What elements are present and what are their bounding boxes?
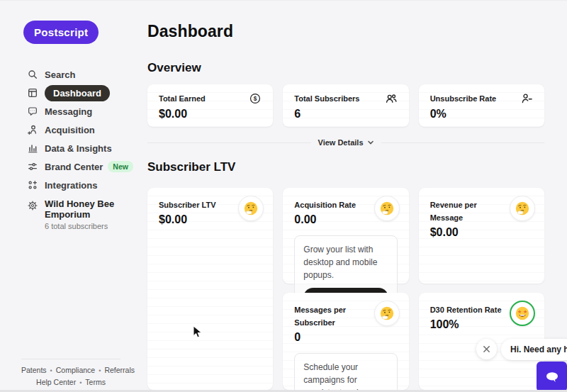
metric-card-total-subscribers: Total Subscribers 6	[283, 84, 408, 127]
metric-value: 0	[294, 331, 397, 344]
message-icon	[27, 106, 38, 117]
metric-value: $0.00	[430, 226, 533, 239]
sidebar-item-label: Acquisition	[45, 125, 95, 135]
sidebar-item-label: Brand Center	[45, 162, 103, 172]
person-minus-icon	[520, 92, 533, 105]
chat-dismiss-button[interactable]	[476, 339, 497, 359]
chat-launcher-button[interactable]	[537, 362, 567, 392]
chat-bubble-icon	[544, 369, 561, 386]
view-details-row: View Details	[147, 138, 544, 147]
sidebar-item-label: Search	[45, 69, 75, 80]
ltv-cards: Subscriber LTV $0.00 Acquisition Rate 0.…	[147, 188, 544, 390]
overview-heading: Overview	[147, 61, 556, 75]
sidebar-footer: PatentsComplianceReferrals Help CenterTe…	[0, 359, 142, 388]
close-icon	[483, 345, 490, 353]
svg-text:$: $	[254, 96, 257, 102]
dashboard-icon	[27, 87, 38, 99]
sidebar-item-shop[interactable]: Wild Honey Bee Emporium 6 total subscrib…	[0, 198, 142, 230]
sliders-icon	[27, 161, 38, 172]
sidebar-item-label: Data & Insights	[45, 143, 112, 154]
page-title: Dashboard	[147, 22, 556, 41]
bar-chart-icon	[27, 142, 38, 154]
footer-link-patents[interactable]: Patents	[21, 366, 47, 374]
thinking-emoji	[510, 196, 535, 221]
sidebar-item-integrations[interactable]: Integrations	[0, 176, 142, 194]
grid-dots-icon	[27, 179, 38, 191]
footer-link-terms[interactable]: Terms	[76, 378, 106, 386]
metric-label: Total Subscribers	[294, 94, 359, 103]
gear-icon	[27, 200, 38, 211]
metric-card-messages-per-subscriber: Messages per Subscriber 0 Schedule your …	[283, 293, 408, 390]
metric-label: Total Earned	[159, 94, 206, 103]
metric-card-unsubscribe-rate: Unsubscribe Rate 0%	[419, 84, 544, 127]
view-details-label: View Details	[318, 138, 364, 147]
overview-cards: Total Earned $ $0.00 Total Subscribers	[147, 84, 544, 127]
sidebar-item-acquisition[interactable]: Acquisition	[0, 121, 142, 139]
sidebar-item-data-insights[interactable]: Data & Insights	[0, 139, 142, 157]
metric-value: 6	[294, 108, 397, 121]
svg-text:★: ★	[523, 309, 527, 315]
main-content: Dashboard Overview Total Earned $ $0.00 …	[147, 1, 556, 392]
metric-card-acquisition-rate: Acquisition Rate 0.00 Grow your list wit…	[283, 188, 408, 284]
people-icon	[385, 92, 398, 105]
metric-label: Unsubscribe Rate	[430, 94, 497, 103]
chat-greeting-bubble[interactable]: Hi. Need any help?	[501, 339, 567, 360]
svg-text:★: ★	[517, 309, 522, 315]
sidebar-item-label: Dashboard	[45, 85, 110, 101]
divider	[381, 142, 545, 143]
sidebar-nav: Search Dashboard Messaging	[0, 65, 142, 194]
footer-link-compliance[interactable]: Compliance	[47, 366, 96, 374]
metric-label: Acquisition Rate	[294, 201, 387, 209]
sidebar-item-label: Integrations	[45, 180, 97, 191]
sidebar-item-label: Messaging	[45, 106, 92, 117]
person-add-icon	[27, 124, 38, 135]
postscript-logo[interactable]: Postscript	[23, 21, 99, 44]
thinking-emoji	[374, 301, 400, 326]
dollar-circle-icon: $	[249, 92, 262, 105]
footer-link-help-center[interactable]: Help Center	[36, 378, 76, 386]
divider	[147, 142, 311, 143]
sidebar-item-search[interactable]: Search	[0, 65, 142, 84]
tip-box: Schedule your campaigns for consistent a…	[294, 353, 397, 392]
new-badge: New	[108, 161, 133, 172]
shop-name: Wild Honey Bee Emporium	[45, 198, 142, 220]
metric-label: Messages per Subscriber	[294, 306, 366, 327]
thinking-emoji	[374, 196, 400, 221]
shop-subscriber-count: 6 total subscribers	[45, 222, 142, 230]
tip-text: Schedule your campaigns for consistent a…	[303, 361, 388, 392]
metric-label: Revenue per Message	[430, 201, 494, 222]
metric-label: Subscriber LTV	[159, 201, 247, 209]
sidebar-item-dashboard[interactable]: Dashboard	[0, 84, 142, 102]
sidebar-item-messaging[interactable]: Messaging	[0, 102, 142, 121]
footer-link-referrals[interactable]: Referrals	[95, 366, 135, 374]
chevron-down-icon	[367, 139, 374, 146]
metric-value: 0%	[430, 108, 533, 121]
search-icon	[27, 69, 38, 80]
metric-card-revenue-per-message: Revenue per Message $0.00	[419, 188, 544, 284]
sidebar-item-brand-center[interactable]: Brand Center New	[0, 157, 142, 176]
metric-card-subscriber-ltv: Subscriber LTV $0.00	[147, 188, 273, 390]
view-details-button[interactable]: View Details	[311, 138, 381, 147]
metric-card-total-earned: Total Earned $ $0.00	[147, 84, 273, 127]
star-struck-emoji: ★ ★	[510, 301, 535, 326]
subscriber-ltv-heading: Subscriber LTV	[147, 160, 556, 174]
metric-value: $0.00	[159, 108, 262, 121]
tip-text: Grow your list with desktop and mobile p…	[303, 243, 388, 281]
sidebar: Postscript Search Dashboard	[0, 1, 142, 392]
